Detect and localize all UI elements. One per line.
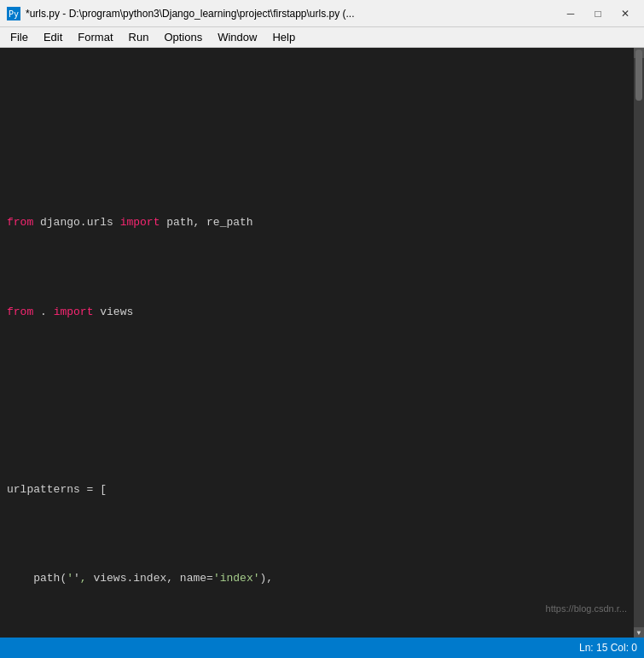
code-line-2: from django.urls import path, re_path	[7, 214, 637, 232]
menu-file[interactable]: File	[3, 29, 35, 45]
line-col-indicator: Ln: 15 Col: 0	[579, 642, 637, 654]
code-line-5: urlpatterns = [	[7, 481, 637, 499]
svg-text:Py: Py	[9, 9, 19, 19]
status-right: Ln: 15 Col: 0	[579, 642, 637, 654]
close-button[interactable]: ✕	[613, 4, 637, 23]
menu-format[interactable]: Format	[71, 29, 119, 45]
menu-help[interactable]: Help	[265, 29, 302, 45]
code-editor[interactable]: from django.urls import path, re_path fr…	[0, 48, 644, 638]
title-bar: Py *urls.py - D:\program\python3\Django_…	[0, 0, 644, 27]
window-controls: ─ □ ✕	[559, 4, 637, 23]
menu-run[interactable]: Run	[122, 29, 156, 45]
menu-options[interactable]: Options	[157, 29, 209, 45]
menu-edit[interactable]: Edit	[37, 29, 69, 45]
app-icon: Py	[7, 7, 20, 20]
status-bar: Ln: 15 Col: 0	[0, 638, 644, 658]
scrollbar-thumb[interactable]	[635, 49, 642, 101]
code-line-1	[7, 125, 637, 143]
minimize-button[interactable]: ─	[559, 4, 583, 23]
code-line-3: from . import views	[7, 304, 637, 322]
menu-bar: File Edit Format Run Options Window Help	[0, 27, 644, 48]
window-title: *urls.py - D:\program\python3\Django_lea…	[26, 8, 355, 20]
code-content: from django.urls import path, re_path fr…	[0, 55, 644, 638]
scrollbar[interactable]: ▲ ▼	[634, 48, 644, 638]
maximize-button[interactable]: □	[586, 4, 610, 23]
code-line-4	[7, 393, 637, 411]
code-line-6: path('', views.index, name='index'),	[7, 570, 637, 588]
menu-window[interactable]: Window	[211, 29, 264, 45]
scrollbar-down-arrow[interactable]: ▼	[634, 627, 644, 638]
